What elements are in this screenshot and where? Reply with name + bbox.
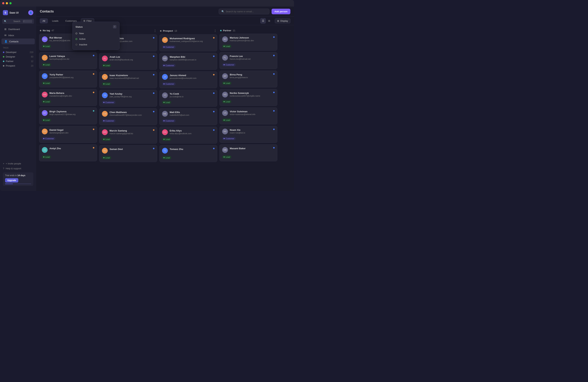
logo-icon: S (3, 10, 8, 15)
filter-dropdown: Status F New Active Inactive (72, 22, 120, 50)
tag-dot (43, 101, 44, 102)
contact-name: Tomasz Zhu (170, 148, 214, 151)
contact-name: Yu Cook (170, 93, 214, 95)
table-row[interactable]: WB Wanphen Bibi wanphen-bibi890@comcast.… (159, 53, 217, 70)
col-more-button[interactable]: ⋮ (153, 29, 156, 33)
add-person-button[interactable]: Add person (272, 9, 290, 14)
avatar: YC (162, 93, 168, 98)
tag-item-designer[interactable]: Designer 83 (0, 55, 36, 59)
table-row[interactable]: NS Noriko Szewczyk norikoszewczyk827@vir… (219, 89, 277, 106)
sidebar-nav: ⊞ Dashboard ✉ Inbox 👤 Contacts (0, 26, 36, 44)
contact-tag: Lead (222, 82, 231, 85)
tag-item-developer[interactable]: Developer 210 (0, 50, 36, 55)
sidebar-search[interactable]: 🔍 Search / (2, 19, 34, 24)
table-row[interactable]: DS Daniel Segel danielsegel@aim.dev Cust… (39, 126, 97, 143)
filter-option-inactive[interactable]: Inactive (73, 42, 119, 47)
table-row[interactable]: SD Saman Devi Lead (99, 145, 157, 162)
tag-label: Developer (6, 51, 17, 54)
tag-dot (3, 65, 4, 67)
col-more-button[interactable]: ⋮ (214, 29, 216, 33)
tag-dot (103, 139, 105, 140)
table-row[interactable]: BZ Birgir Zaytseva birgir.zaytseva217@sh… (39, 107, 97, 124)
top-bar: Contacts 🔍 Search by name or email... Ad… (36, 6, 294, 17)
contact-tag: Customer (42, 137, 55, 140)
tag-item-partner[interactable]: Partner 12 (0, 59, 36, 63)
status-dot (213, 37, 214, 38)
card-info: Noriko Szewczyk norikoszewczyk827@virgil… (230, 92, 275, 97)
table-row[interactable]: NX Noam Xie noam+xie@bol.io Customer (219, 126, 277, 143)
contact-tag: Customer (222, 63, 236, 66)
contact-name: Yuriy Parker (49, 73, 94, 76)
table-row[interactable]: AL Anah Lee anah.lee20@facebook.org Lead (99, 53, 157, 70)
table-row[interactable]: MB Masami Baker Lead (219, 144, 277, 161)
card-header: IK Isaac Kuznetsov isaac-kuznetsov605@ho… (102, 74, 154, 80)
tag-item-prospect[interactable]: Prospect 23 (0, 63, 36, 68)
contact-tag: Customer (162, 64, 176, 67)
table-row[interactable]: LY Laxmi Yahaya laxmiyahaya@msn.biz Lead (39, 52, 97, 69)
table-row[interactable]: YA Yael Azulay yael_azulay796@me.org Cus… (99, 90, 157, 107)
table-row[interactable]: YP Yuriy Parker yuriyparker842@planet.or… (39, 71, 97, 88)
table-row[interactable]: ME Matt Ellis mattellis923@aol.com Custo… (159, 108, 217, 125)
table-row[interactable]: TZ Tomasz Zhu Lead (159, 145, 217, 162)
contact-email: victor+suleiman@telenet.info (230, 113, 275, 115)
contact-tag: Customer (102, 101, 116, 104)
tag-dot (43, 119, 44, 121)
filter-option-active[interactable]: Active (73, 36, 119, 42)
status-dot (273, 129, 275, 130)
tag-dot (224, 156, 225, 157)
status-active-icon (76, 38, 77, 40)
table-row[interactable]: MR Muhammed Rodriguez muhammed_rodriguez… (159, 34, 217, 51)
filter-option-label: Active (79, 38, 85, 40)
col-count: 47 (51, 29, 54, 32)
table-row[interactable]: CM Chen Matthews chenmatthews657@blueyon… (99, 108, 157, 125)
maximize-button[interactable] (9, 2, 12, 4)
card-info: Francis Lee francis.lee@hotmail.net (230, 55, 275, 60)
sidebar-item-contacts[interactable]: 👤 Contacts (1, 38, 35, 44)
table-row[interactable]: JA Janusz Ahmed januszahmed@centurytel.c… (159, 71, 217, 88)
contact-email: anah.lee20@facebook.org (109, 58, 154, 61)
table-row[interactable]: MS Marcin Saetang marcin-saetang@gmail.b… (99, 127, 157, 144)
card-header: VS Victor Suleiman victor+suleiman@telen… (222, 110, 275, 116)
contact-tag: Lead (42, 155, 51, 159)
column-partner: Partner 11 MJ Mariusz Johnson mariusz-jo… (219, 28, 277, 191)
tab-leads[interactable]: Leads (49, 19, 61, 23)
status-dot (273, 73, 275, 75)
grid-view-button[interactable]: ⊞ (267, 18, 272, 23)
card-header: NX Noam Xie noam+xie@bol.io (222, 129, 275, 134)
tag-label: Prospect (6, 64, 15, 67)
table-row[interactable]: MB Maria Behera mariabehera@virgilio.dev… (39, 89, 97, 106)
table-row[interactable]: MJ Mariusz Johnson mariusz-johnson@mac.d… (219, 34, 277, 51)
table-row[interactable]: EA Erika Aliyu erika-aliyu@outlook.com L… (159, 127, 217, 144)
invite-icon: + (3, 162, 4, 165)
card-header: ME Matt Ellis mattellis923@aol.com (162, 111, 214, 117)
close-button[interactable] (2, 2, 4, 4)
search-bar[interactable]: 🔍 Search by name or email... (219, 9, 269, 14)
sidebar-item-dashboard[interactable]: ⊞ Dashboard (1, 26, 35, 32)
column-prospect: Prospect 13 ⋮ MR Muhammed Rodriguez muha… (159, 28, 217, 191)
card-info: Amiyt Zhu (49, 147, 94, 150)
table-row[interactable]: FL Francis Lee francis.lee@hotmail.net C… (219, 52, 277, 69)
table-row[interactable]: YC Yu Cook yu-cook@me.io Lead (159, 90, 217, 107)
sidebar-item-inbox[interactable]: ✉ Inbox (1, 32, 35, 38)
tag-count: 83 (31, 56, 33, 58)
contact-tag: Lead (222, 118, 231, 122)
card-header: LY Laxmi Yahaya laxmiyahaya@msn.biz (42, 55, 94, 61)
tab-all[interactable]: All (40, 19, 48, 23)
upgrade-button[interactable]: Upgrade (5, 178, 18, 183)
table-row[interactable]: IK Isaac Kuznetsov isaac-kuznetsov605@ho… (99, 71, 157, 88)
table-row[interactable]: BP Birna Peng birna.peng@shaw.io Lead (219, 71, 277, 88)
avatar[interactable]: 👤 (28, 10, 33, 15)
display-button[interactable]: ⊞ Display (275, 19, 290, 23)
minimize-button[interactable] (6, 2, 8, 4)
col-cards-lead: AK Anchai Klein al+klein163@yandex.com C… (99, 34, 157, 165)
card-header: MB Maria Behera mariabehera@virgilio.dev (42, 92, 94, 97)
invite-button[interactable]: + + Invite people (3, 161, 33, 166)
contact-tag: Customer (222, 137, 236, 140)
list-view-button[interactable]: ☰ (260, 18, 266, 23)
table-row[interactable]: VS Victor Suleiman victor+suleiman@telen… (219, 107, 277, 124)
help-button[interactable]: ? Help & support (3, 166, 33, 171)
filter-option-new[interactable]: New (73, 31, 119, 36)
col-count: 11 (233, 29, 235, 32)
card-header: YP Yuriy Parker yuriyparker842@planet.or… (42, 73, 94, 79)
table-row[interactable]: AZ Amiyt Zhu Lead (39, 144, 97, 161)
